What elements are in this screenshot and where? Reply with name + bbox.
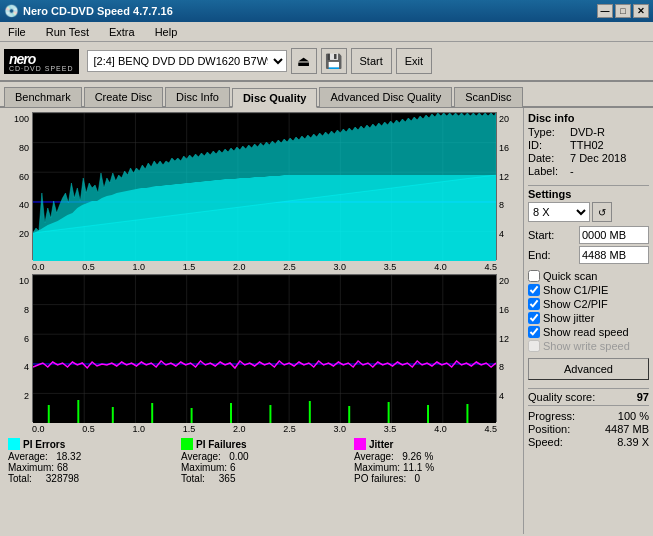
save-icon-button[interactable]: 💾 <box>321 48 347 74</box>
disc-date-value: 7 Dec 2018 <box>570 152 626 164</box>
svg-rect-36 <box>191 408 193 423</box>
legend-jitter: Jitter Average: 9.26 % Maximum: 11.1 % P… <box>354 438 519 484</box>
exit-button[interactable]: Exit <box>396 48 432 74</box>
app-icon: 💿 <box>4 4 19 18</box>
progress-value: 100 % <box>618 410 649 422</box>
drive-select[interactable]: [2:4] BENQ DVD DD DW1620 B7W9 <box>87 50 287 72</box>
close-button[interactable]: ✕ <box>633 4 649 18</box>
tab-disc-quality[interactable]: Disc Quality <box>232 88 318 108</box>
bottom-chart-y-right: 20 16 12 8 4 <box>497 274 519 422</box>
disc-label-row: Label: - <box>528 165 649 177</box>
end-mb-input[interactable] <box>579 246 649 264</box>
disc-id-row: ID: TTH02 <box>528 139 649 151</box>
disc-id-value: TTH02 <box>570 139 604 151</box>
show-c1-checkbox[interactable] <box>528 284 540 296</box>
svg-rect-33 <box>77 400 79 423</box>
quick-scan-checkbox[interactable] <box>528 270 540 282</box>
disc-label-label: Label: <box>528 165 566 177</box>
pi-errors-total: Total: 328798 <box>8 473 173 484</box>
top-chart-x-axis: 0.0 0.5 1.0 1.5 2.0 2.5 3.0 3.5 4.0 4.5 <box>4 262 519 272</box>
bottom-chart-y-left: 10 8 6 4 2 <box>4 274 32 422</box>
progress-label: Progress: <box>528 410 575 422</box>
progress-section: Progress: 100 % Position: 4487 MB Speed:… <box>528 410 649 448</box>
position-row: Position: 4487 MB <box>528 423 649 435</box>
menu-file[interactable]: File <box>4 24 30 40</box>
disc-label-value: - <box>570 165 574 177</box>
pi-errors-avg: Average: 18.32 <box>8 451 173 462</box>
eject-icon-button[interactable]: ⏏ <box>291 48 317 74</box>
svg-rect-39 <box>309 401 311 423</box>
title-bar: 💿 Nero CD-DVD Speed 4.7.7.16 — □ ✕ <box>0 0 653 22</box>
speed-label: Speed: <box>528 436 563 448</box>
tab-create-disc[interactable]: Create Disc <box>84 87 163 107</box>
po-failures: PO failures: 0 <box>354 473 519 484</box>
top-chart-svg <box>33 113 496 261</box>
menu-extra[interactable]: Extra <box>105 24 139 40</box>
top-chart-y-right: 20 16 12 8 4 <box>497 112 519 260</box>
speed-select[interactable]: 8 X <box>528 202 590 222</box>
quick-scan-row: Quick scan <box>528 270 649 282</box>
advanced-button[interactable]: Advanced <box>528 358 649 380</box>
pi-failures-total: Total: 365 <box>181 473 346 484</box>
svg-rect-17 <box>33 275 496 423</box>
end-mb-label: End: <box>528 249 551 261</box>
menu-run-test[interactable]: Run Test <box>42 24 93 40</box>
position-value: 4487 MB <box>605 423 649 435</box>
speed-refresh-icon-button[interactable]: ↺ <box>592 202 612 222</box>
disc-info-title: Disc info <box>528 112 649 124</box>
svg-rect-41 <box>388 402 390 423</box>
show-read-speed-checkbox[interactable] <box>528 326 540 338</box>
quality-score-row: Quality score: 97 <box>528 391 649 403</box>
bottom-chart <box>32 274 497 422</box>
start-button[interactable]: Start <box>351 48 392 74</box>
disc-date-row: Date: 7 Dec 2018 <box>528 152 649 164</box>
pi-failures-label: PI Failures <box>196 439 247 450</box>
show-c2-label: Show C2/PIF <box>543 298 608 310</box>
bottom-chart-svg <box>33 275 496 423</box>
show-jitter-checkbox[interactable] <box>528 312 540 324</box>
show-read-speed-row: Show read speed <box>528 326 649 338</box>
show-read-speed-label: Show read speed <box>543 326 629 338</box>
start-mb-input[interactable] <box>579 226 649 244</box>
svg-rect-40 <box>348 406 350 423</box>
minimize-button[interactable]: — <box>597 4 613 18</box>
show-jitter-label: Show jitter <box>543 312 594 324</box>
maximize-button[interactable]: □ <box>615 4 631 18</box>
main-content: 100 80 60 40 20 <box>0 108 653 534</box>
show-c2-checkbox[interactable] <box>528 298 540 310</box>
progress-row: Progress: 100 % <box>528 410 649 422</box>
show-jitter-row: Show jitter <box>528 312 649 324</box>
nero-sub-text: CD·DVD SPEED <box>9 65 74 72</box>
disc-type-value: DVD-R <box>570 126 605 138</box>
end-mb-row: End: <box>528 246 649 264</box>
tab-disc-info[interactable]: Disc Info <box>165 87 230 107</box>
bottom-chart-x-axis: 0.0 0.5 1.0 1.5 2.0 2.5 3.0 3.5 4.0 4.5 <box>4 424 519 434</box>
start-mb-label: Start: <box>528 229 554 241</box>
show-c2-row: Show C2/PIF <box>528 298 649 310</box>
jitter-max: Maximum: 11.1 % <box>354 462 519 473</box>
jitter-color <box>354 438 366 450</box>
menu-help[interactable]: Help <box>151 24 182 40</box>
speed-value: 8.39 X <box>617 436 649 448</box>
svg-rect-35 <box>151 403 153 423</box>
tabs-bar: Benchmark Create Disc Disc Info Disc Qua… <box>0 82 653 108</box>
show-write-speed-row: Show write speed <box>528 340 649 352</box>
bottom-chart-container: 10 8 6 4 2 <box>4 274 519 422</box>
top-chart <box>32 112 497 260</box>
divider-2 <box>528 388 649 389</box>
pi-errors-max: Maximum: 68 <box>8 462 173 473</box>
nero-logo: nero CD·DVD SPEED <box>4 49 79 74</box>
top-chart-y-left: 100 80 60 40 20 <box>4 112 32 260</box>
legend-pi-errors: PI Errors Average: 18.32 Maximum: 68 Tot… <box>8 438 173 484</box>
settings-section: Settings 8 X ↺ Start: End: <box>528 188 649 264</box>
svg-rect-37 <box>230 403 232 423</box>
tab-benchmark[interactable]: Benchmark <box>4 87 82 107</box>
svg-rect-43 <box>466 404 468 423</box>
pi-failures-max: Maximum: 6 <box>181 462 346 473</box>
disc-date-label: Date: <box>528 152 566 164</box>
legend-section: PI Errors Average: 18.32 Maximum: 68 Tot… <box>4 436 519 484</box>
disc-type-row: Type: DVD-R <box>528 126 649 138</box>
disc-info-section: Disc info Type: DVD-R ID: TTH02 Date: 7 … <box>528 112 649 177</box>
tab-advanced-disc-quality[interactable]: Advanced Disc Quality <box>319 87 452 107</box>
tab-scan-disc[interactable]: ScanDisc <box>454 87 522 107</box>
